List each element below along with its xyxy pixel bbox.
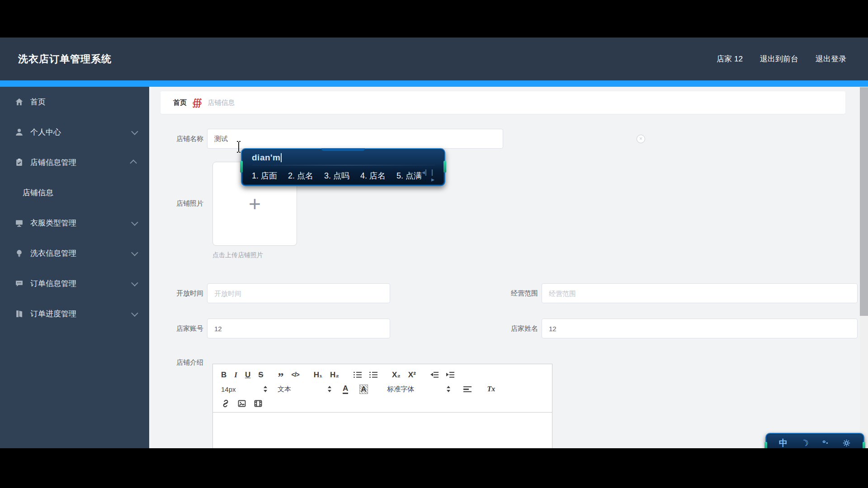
font-family-value: 标准字体 xyxy=(387,385,415,394)
lightbulb-icon xyxy=(15,249,24,258)
bold-button[interactable]: B xyxy=(221,371,226,379)
clear-input-icon[interactable]: × xyxy=(637,135,645,143)
ordered-list-button[interactable] xyxy=(354,371,362,378)
ime-candidate-window: dian'm 1. 店面 2. 点名 3. 点吗 4. 店名 5. 点满 ◂| … xyxy=(241,148,445,186)
sidebar-item-order-progress-mgmt[interactable]: 订单进度管理 xyxy=(0,299,149,329)
business-scope-label: 经营范围 xyxy=(497,283,538,303)
navbar-right-menu: 店家 12 退出到前台 退出登录 xyxy=(717,54,846,64)
ime-page-next-icon[interactable]: |▸ xyxy=(431,169,435,183)
scrollbar-thumb[interactable] xyxy=(860,87,868,316)
editor-toolbar: B I U S ” </> H₁ H₂ X₂ X² xyxy=(213,364,552,413)
sidebar-item-shop-info-mgmt[interactable]: 店铺信息管理 xyxy=(0,147,149,178)
account-input[interactable] xyxy=(207,319,390,338)
text-color-button[interactable]: A xyxy=(343,385,348,394)
header1-button[interactable]: H₁ xyxy=(314,371,322,379)
ime-skin-accent xyxy=(240,161,243,173)
sidebar-subitem-shop-info[interactable]: 店铺信息 xyxy=(0,178,149,208)
breadcrumb-current: 店铺信息 xyxy=(208,99,235,107)
ime-candidate[interactable]: 3. 点吗 xyxy=(324,170,349,181)
text-cursor-pointer xyxy=(236,140,242,155)
chevron-down-icon xyxy=(131,219,138,226)
underline-button[interactable]: U xyxy=(245,371,250,379)
ime-punctuation-icon[interactable]: °· xyxy=(822,439,829,448)
outdent-button[interactable] xyxy=(430,371,439,378)
account-label: 店家账号 xyxy=(170,319,203,338)
ime-caret xyxy=(281,153,282,162)
strikethrough-button[interactable]: S xyxy=(258,371,263,379)
ime-candidate[interactable]: 2. 点名 xyxy=(288,170,313,181)
chevron-down-icon xyxy=(131,128,138,135)
link-icon[interactable] xyxy=(221,399,230,408)
image-icon[interactable] xyxy=(237,399,246,408)
main-content: 首页 ∰ 店铺信息 店铺名称 × 店铺照片 + 点击上传店铺照片 开放时间 经营… xyxy=(149,87,860,448)
chevron-down-icon xyxy=(131,279,138,286)
header2-button[interactable]: H₂ xyxy=(330,371,339,379)
shop-name-label: 店铺名称 xyxy=(170,129,203,149)
business-scope-input[interactable] xyxy=(542,283,858,303)
indent-button[interactable] xyxy=(446,371,454,378)
shop-name-input[interactable] xyxy=(207,129,503,149)
top-navbar: 洗衣店订单管理系统 店家 12 退出到前台 退出登录 xyxy=(0,38,868,80)
updown-arrows-icon xyxy=(328,385,332,393)
updown-arrows-icon xyxy=(264,385,268,393)
italic-button[interactable]: I xyxy=(234,371,237,379)
breadcrumb: 首页 ∰ 店铺信息 xyxy=(160,91,845,114)
breadcrumb-home[interactable]: 首页 xyxy=(173,99,187,107)
updown-arrows-icon xyxy=(447,385,451,393)
sidebar-item-laundry-info-mgmt[interactable]: 洗衣信息管理 xyxy=(0,238,149,268)
sidebar-item-label: 洗衣信息管理 xyxy=(30,248,76,258)
open-time-label: 开放时间 xyxy=(170,283,203,303)
upload-hint-text: 点击上传店铺照片 xyxy=(212,251,263,259)
ime-divider xyxy=(252,165,435,165)
sidebar-item-label: 衣服类型管理 xyxy=(30,218,76,228)
ime-candidate[interactable]: 1. 店面 xyxy=(252,170,277,181)
comment-icon xyxy=(15,280,24,288)
ime-settings-gear-icon[interactable] xyxy=(842,439,851,449)
blockquote-button[interactable]: ” xyxy=(278,375,284,380)
rich-text-editor: B I U S ” </> H₁ H₂ X₂ X² xyxy=(212,364,552,448)
background-color-button[interactable]: A xyxy=(359,385,368,394)
ime-chinese-mode-icon[interactable]: 中 xyxy=(779,439,788,448)
code-block-button[interactable]: </> xyxy=(292,371,299,378)
bullet-list-button[interactable] xyxy=(369,371,377,378)
owner-name-input[interactable] xyxy=(542,319,858,338)
chevron-down-icon xyxy=(131,249,138,256)
navbar-exit-to-front-link[interactable]: 退出到前台 xyxy=(760,54,798,64)
sidebar-item-personal-center[interactable]: 个人中心 xyxy=(0,117,149,147)
clear-format-button[interactable]: Tx xyxy=(487,385,495,393)
letterbox-bottom xyxy=(0,448,868,488)
ime-candidate[interactable]: 5. 点满 xyxy=(396,170,422,181)
sidebar-item-home[interactable]: 首页 xyxy=(0,87,149,117)
navbar-user: 店家 12 xyxy=(717,54,743,64)
navbar-logout-link[interactable]: 退出登录 xyxy=(816,54,846,64)
ime-composition-text: dian'm xyxy=(252,153,280,162)
open-time-input[interactable] xyxy=(207,283,390,303)
sidebar-item-label: 店铺信息管理 xyxy=(30,157,76,168)
owner-name-label: 店家姓名 xyxy=(497,319,538,338)
book-icon xyxy=(15,310,24,318)
sidebar-item-label: 订单信息管理 xyxy=(30,278,76,289)
ime-page-prev-icon[interactable]: ◂| xyxy=(422,169,427,183)
accent-bar xyxy=(0,80,868,87)
text-style-value: 文本 xyxy=(278,385,291,394)
sidebar-item-label: 订单进度管理 xyxy=(30,309,76,319)
superscript-button[interactable]: X² xyxy=(408,371,416,379)
scrollbar-track[interactable] xyxy=(860,87,868,448)
subscript-button[interactable]: X₂ xyxy=(392,371,401,379)
video-icon[interactable] xyxy=(254,399,263,408)
align-button[interactable] xyxy=(463,386,472,393)
breadcrumb-separator-icon: ∰ xyxy=(192,98,202,108)
sidebar-item-clothes-type-mgmt[interactable]: 衣服类型管理 xyxy=(0,208,149,238)
ime-fullwidth-moon-icon[interactable]: ☽ xyxy=(800,438,810,449)
home-icon xyxy=(15,98,24,106)
font-size-value: 14px xyxy=(221,385,236,393)
font-size-select[interactable]: 14px xyxy=(221,385,268,393)
editor-content-area[interactable] xyxy=(213,413,552,448)
monitor-icon xyxy=(15,219,24,227)
chevron-down-icon xyxy=(131,310,138,317)
font-family-select[interactable]: 标准字体 xyxy=(387,385,451,394)
sidebar-item-order-info-mgmt[interactable]: 订单信息管理 xyxy=(0,268,149,299)
ime-candidate[interactable]: 4. 店名 xyxy=(360,170,386,181)
sidebar-item-label: 首页 xyxy=(30,97,46,107)
text-style-select[interactable]: 文本 xyxy=(278,385,332,394)
